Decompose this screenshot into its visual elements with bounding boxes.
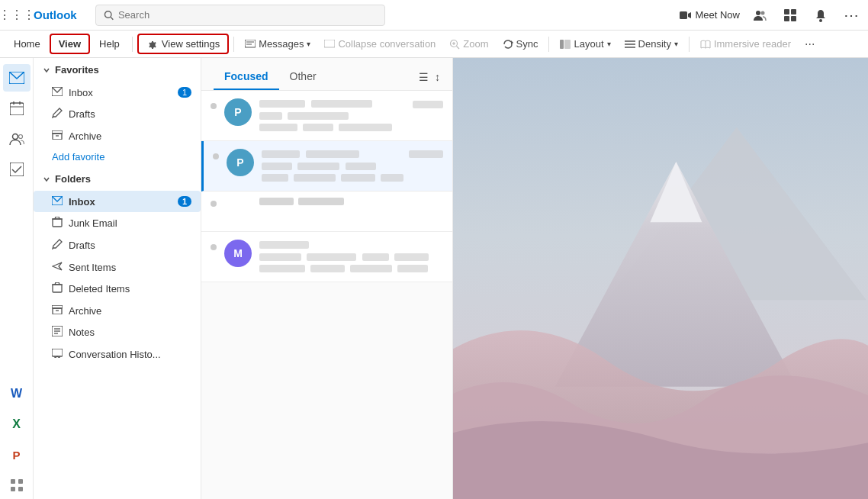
email-preview <box>259 124 443 133</box>
density-caret: ▾ <box>674 40 678 48</box>
inbox-folder-label: Inbox <box>69 196 95 208</box>
sidebar-item-archive-fav[interactable]: Archive <box>34 125 201 146</box>
tab-other[interactable]: Other <box>279 64 327 90</box>
zoom-button[interactable]: Zoom <box>443 35 494 53</box>
calendar-nav-button[interactable] <box>3 95 31 122</box>
svg-rect-13 <box>324 40 335 47</box>
excel-nav-button[interactable]: X <box>3 410 31 438</box>
sidebar-item-inbox-fav[interactable]: Inbox 1 <box>34 82 201 103</box>
density-label: Density <box>638 38 671 50</box>
notification-icon-btn[interactable] <box>810 5 831 26</box>
toolbar-more-button[interactable]: ··· <box>799 34 821 54</box>
filter-icon[interactable]: ☰ <box>419 71 429 83</box>
email-item[interactable]: P <box>201 141 452 192</box>
junk-icon <box>52 217 63 230</box>
sent-icon <box>52 261 63 273</box>
sidebar-item-archive[interactable]: Archive <box>34 300 201 321</box>
density-button[interactable]: Density ▾ <box>619 35 684 53</box>
svg-rect-6 <box>791 9 796 14</box>
app-grid-icon[interactable]: ⋮⋮⋮ <box>6 5 27 26</box>
avatar: M <box>224 240 252 267</box>
fav-archive-label: Archive <box>69 130 101 142</box>
density-icon <box>625 40 635 49</box>
tasks-nav-button[interactable] <box>3 156 31 183</box>
email-item[interactable]: M <box>201 232 452 282</box>
folders-header[interactable]: Folders <box>34 167 201 191</box>
people-icon-btn[interactable] <box>749 5 770 26</box>
favorites-header[interactable]: Favorites <box>34 58 201 82</box>
mail-nav-button[interactable] <box>3 64 31 92</box>
search-input[interactable] <box>118 9 377 21</box>
svg-point-3 <box>756 11 760 15</box>
sidebar: Favorites Inbox 1 Drafts Archive Add fav… <box>34 58 201 499</box>
more-icon-btn[interactable]: ⋯ <box>841 5 862 26</box>
menu-home[interactable]: Home <box>6 35 48 53</box>
sidebar-item-deleted[interactable]: Deleted Items <box>34 278 201 300</box>
sidebar-item-drafts-fav[interactable]: Drafts <box>34 103 201 125</box>
grid-icon-btn[interactable] <box>780 5 801 26</box>
sort-icon[interactable]: ↕ <box>435 71 440 83</box>
drafts-icon-fav <box>52 108 63 121</box>
svg-rect-41 <box>53 219 62 227</box>
svg-rect-2 <box>680 11 687 19</box>
email-item[interactable]: P <box>201 91 452 141</box>
favorites-label: Favorites <box>55 64 99 76</box>
chevron-down-icon-2 <box>43 176 50 182</box>
inbox-folder-badge: 1 <box>178 196 191 207</box>
svg-point-0 <box>104 11 111 18</box>
deleted-icon <box>52 282 63 295</box>
archive-folder-label: Archive <box>69 305 101 317</box>
sidebar-item-inbox[interactable]: Inbox 1 <box>34 191 201 212</box>
separator-4 <box>689 37 690 52</box>
svg-rect-5 <box>784 9 789 14</box>
add-favorite-button[interactable]: Add favorite <box>34 146 201 167</box>
menu-view[interactable]: View <box>50 34 90 54</box>
unread-dot <box>213 153 219 159</box>
menu-help[interactable]: Help <box>92 35 127 53</box>
apps-nav-button[interactable] <box>3 472 31 499</box>
sidebar-item-notes[interactable]: Notes <box>34 321 201 343</box>
email-items: P <box>201 91 452 499</box>
view-settings-button[interactable]: View settings <box>137 34 229 54</box>
immersive-reader-button[interactable]: Immersive reader <box>694 35 797 53</box>
messages-button[interactable]: Messages ▾ <box>239 35 317 53</box>
sidebar-item-history[interactable]: Conversation Histo... <box>34 343 201 365</box>
separator-1 <box>132 37 133 52</box>
svg-rect-10 <box>245 40 256 47</box>
svg-point-9 <box>819 19 822 22</box>
sync-button[interactable]: Sync <box>497 35 545 53</box>
meet-now-button[interactable]: Meet Now <box>680 9 740 21</box>
wallpaper-background <box>453 58 868 499</box>
title-bar: ⋮⋮⋮ Outlook Meet Now <box>0 0 868 31</box>
powerpoint-nav-button[interactable]: P <box>3 441 31 468</box>
history-icon <box>52 348 63 360</box>
sidebar-item-sent[interactable]: Sent Items <box>34 256 201 278</box>
search-box[interactable] <box>95 5 385 26</box>
drafts-icon <box>52 239 63 252</box>
inbox-folder-icon <box>52 195 63 208</box>
email-tab-actions: ☰ ↕ <box>419 71 440 83</box>
notes-label: Notes <box>69 327 95 338</box>
avatar: P <box>227 149 254 176</box>
tab-focused[interactable]: Focused <box>214 64 279 90</box>
archive-folder-icon <box>52 304 63 317</box>
sent-label: Sent Items <box>69 262 116 273</box>
email-sender <box>259 98 372 110</box>
people-nav-button[interactable] <box>3 125 31 153</box>
email-tabs: Focused Other ☰ ↕ <box>201 58 452 91</box>
sidebar-item-junk[interactable]: Junk Email <box>34 212 201 234</box>
sidebar-item-drafts[interactable]: Drafts <box>34 234 201 256</box>
junk-label: Junk Email <box>69 217 117 229</box>
collapse-conversation-button[interactable]: Collapse conversation <box>318 35 442 53</box>
book-icon <box>700 40 711 49</box>
email-subject <box>262 162 443 172</box>
email-item[interactable] <box>201 192 452 232</box>
svg-rect-32 <box>11 479 15 484</box>
title-bar-actions: Meet Now ⋯ <box>680 5 862 26</box>
chevron-down-icon <box>43 67 50 73</box>
app-name: Outlook <box>34 8 77 21</box>
layout-button[interactable]: Layout ▾ <box>554 35 616 53</box>
video-icon <box>680 11 692 20</box>
word-nav-button[interactable]: W <box>3 380 31 407</box>
svg-point-29 <box>12 134 18 140</box>
